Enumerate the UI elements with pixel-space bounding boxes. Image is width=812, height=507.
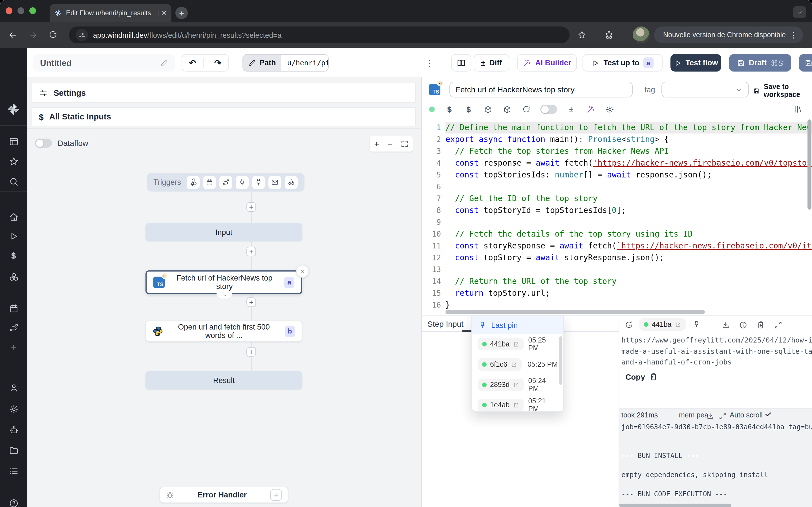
fit-view-icon[interactable] (401, 140, 409, 148)
tab-close-icon[interactable]: ✕ (161, 9, 167, 17)
add-step-button[interactable]: + (246, 297, 256, 307)
editor-hscrollbar[interactable] (446, 310, 705, 314)
code-line[interactable] (446, 264, 812, 276)
code-line[interactable]: // Define the main function to fetch the… (446, 122, 812, 133)
log-lines[interactable]: job=019634e7-9d30-b7cb-1e89-03a64ed441ba… (621, 422, 812, 499)
add-step-button[interactable]: + (246, 247, 256, 256)
auto-scroll-checkbox[interactable] (765, 411, 772, 418)
add-step-button[interactable]: + (246, 202, 256, 212)
add-error-handler-button[interactable]: + (270, 489, 282, 501)
last-pin-option[interactable]: Last pin (472, 316, 563, 334)
code-editor[interactable]: 12345678910111213141516 // Define the ma… (422, 118, 812, 316)
pin-run-badge[interactable]: 441ba (477, 338, 524, 350)
email-trigger-button[interactable] (268, 175, 282, 189)
code-line[interactable]: // Return the URL of the top story (446, 276, 812, 287)
code-line[interactable]: // Get the ID of the top story (446, 193, 812, 205)
sidebar-item-apps[interactable] (0, 133, 27, 149)
chrome-update-button[interactable]: Nouvelle version de Chrome disponible ⋮ (654, 26, 803, 43)
more-options-button[interactable]: ⋮ (422, 54, 438, 71)
bookmark-button[interactable] (574, 27, 590, 43)
test-up-to-button[interactable]: Test up to a (582, 54, 663, 71)
windmill-logo[interactable] (0, 101, 27, 117)
pin-run-badge[interactable]: 6f1c6 (477, 358, 521, 371)
add-resource-button[interactable]: $ (461, 103, 476, 116)
triggers-node[interactable]: Triggers (147, 173, 305, 191)
kafka-trigger-button[interactable] (252, 175, 265, 189)
sidebar-item-triggers[interactable] (0, 320, 27, 335)
collapse-step-chevron[interactable] (216, 292, 232, 299)
new-tab-button[interactable]: + (175, 7, 188, 19)
pin-run-badge[interactable]: 1e4ab (477, 399, 524, 411)
external-link-icon[interactable] (675, 321, 681, 328)
schedule-trigger-button[interactable] (203, 175, 216, 189)
sidebar-item-workers[interactable] (0, 422, 27, 438)
result-info-button[interactable] (737, 320, 749, 331)
history-button[interactable] (622, 319, 635, 330)
url-bar[interactable]: app.windmill.dev/flows/edit/u/henri/pin_… (69, 26, 569, 43)
zoom-in-button[interactable]: + (374, 139, 379, 149)
remove-step-button[interactable] (296, 265, 309, 278)
sidebar-item-schedules[interactable] (0, 300, 27, 316)
close-window-button[interactable] (6, 7, 12, 14)
redo-button[interactable]: ↷ (207, 58, 229, 68)
editor-settings-button[interactable] (602, 103, 617, 116)
external-link-icon[interactable] (513, 382, 519, 388)
diff-button[interactable]: ± Diff (474, 54, 509, 71)
error-handler-node[interactable]: Error Handler + (160, 487, 288, 503)
package-button[interactable] (500, 103, 514, 116)
minimize-window-button[interactable] (17, 7, 24, 14)
websocket-trigger-button[interactable] (236, 175, 249, 189)
site-info-button[interactable] (75, 29, 88, 41)
code-line[interactable] (446, 216, 812, 228)
editor-toggle[interactable] (540, 105, 557, 114)
expand-result-button[interactable] (772, 320, 784, 331)
code-line[interactable]: return topStory.url; (446, 287, 812, 299)
flow-name-field[interactable]: Untitled (33, 54, 175, 71)
undo-button[interactable]: ↶ (182, 58, 203, 68)
reset-code-button[interactable] (519, 103, 534, 116)
copy-url-button[interactable]: Copy (625, 372, 658, 381)
sidebar-item-help[interactable] (0, 495, 27, 507)
maximize-window-button[interactable] (29, 7, 36, 14)
route-trigger-button[interactable] (219, 175, 232, 189)
sidebar-item-folders[interactable] (0, 442, 27, 458)
result-url[interactable]: https://www.geoffreylitt.com/2025/04/12/… (621, 335, 812, 368)
sidebar-item-search[interactable] (0, 173, 27, 189)
add-step-button[interactable]: + (246, 347, 256, 356)
external-link-icon[interactable] (511, 361, 517, 368)
flow-settings-row[interactable]: Settings (32, 83, 416, 103)
diff-mode-button[interactable]: ± (564, 103, 578, 116)
add-variable-button[interactable]: $ (442, 103, 457, 116)
flow-input-node[interactable]: Input (146, 223, 302, 241)
code-line[interactable]: // Fetch the details of the top story us… (446, 228, 812, 240)
zoom-out-button[interactable]: − (388, 139, 393, 149)
tag-select[interactable] (661, 82, 749, 98)
pin-menu-scrollbar[interactable] (559, 336, 562, 385)
package-button[interactable] (480, 103, 495, 116)
poll-trigger-button[interactable] (285, 175, 298, 189)
external-link-icon[interactable] (513, 402, 519, 408)
editor-vscrollbar[interactable] (808, 119, 811, 210)
copy-result-button[interactable] (755, 320, 767, 331)
ai-builder-button[interactable]: AI Builder (517, 54, 577, 71)
code-line[interactable]: const topStory = await storyResponse.jso… (446, 252, 812, 264)
profile-avatar[interactable] (633, 26, 650, 43)
download-result-button[interactable] (719, 320, 732, 331)
reload-button[interactable] (45, 27, 61, 43)
code-line[interactable]: const response = await fetch('https://ha… (446, 157, 812, 169)
pin-run-badge[interactable]: 2893d (477, 379, 524, 391)
deploy-button[interactable]: Deploy (799, 54, 812, 71)
browser-menu-kebab-icon[interactable]: ⋮ (790, 31, 797, 40)
code-line[interactable] (446, 181, 812, 193)
ai-assist-button[interactable] (583, 103, 598, 116)
test-flow-button[interactable]: Test flow (670, 54, 721, 71)
flow-canvas[interactable]: Dataflow + − Triggers + (27, 128, 421, 507)
external-link-icon[interactable] (513, 341, 519, 347)
flow-step-a-node[interactable]: TS Fetch url of HackerNews top story a (146, 270, 302, 294)
browser-tab[interactable]: Edit Flow u/henri/pin_results | ✕ (50, 4, 171, 22)
path-field[interactable]: Path u/henri/pin (243, 54, 329, 71)
pin-menu-item[interactable]: 1e4ab05:21 PM (472, 395, 563, 412)
code-line[interactable]: const storyResponse = await fetch(`https… (446, 240, 812, 252)
download-logs-button[interactable] (704, 410, 716, 421)
code-line[interactable]: const topStoriesIds: number[] = await re… (446, 169, 812, 181)
